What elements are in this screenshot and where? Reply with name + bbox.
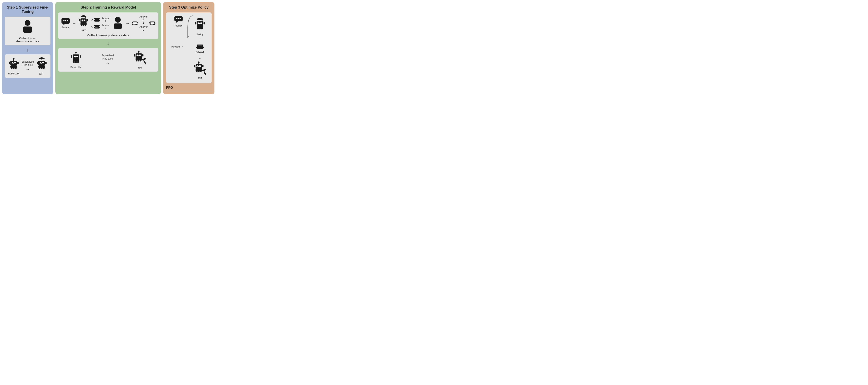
svg-point-30 (65, 20, 66, 22)
svg-rect-71 (133, 24, 135, 25)
svg-point-113 (202, 21, 203, 21)
svg-rect-133 (199, 66, 201, 67)
step1-collect-label: Collect humandemonstration data (16, 37, 39, 43)
step2-title: Step 2 Training a Reward Model (58, 5, 158, 9)
svg-point-138 (198, 71, 199, 72)
svg-point-97 (136, 60, 138, 62)
svg-point-62 (115, 17, 121, 23)
svg-rect-21 (42, 62, 44, 63)
base-llm-section: Base LLM (8, 57, 20, 75)
svg-rect-60 (95, 27, 99, 27)
svg-rect-103 (143, 60, 146, 64)
svg-point-139 (200, 71, 202, 72)
svg-rect-136 (196, 69, 202, 71)
base-llm-label: Base LLM (8, 72, 19, 75)
svg-rect-63 (114, 24, 122, 29)
svg-rect-94 (134, 54, 135, 57)
svg-point-127 (203, 46, 204, 47)
svg-point-87 (75, 61, 77, 63)
svg-rect-40 (79, 19, 80, 22)
svg-rect-93 (139, 55, 141, 56)
scroll-compare-1 (132, 21, 138, 26)
svg-point-68 (137, 23, 138, 24)
sft-label-1: SFT (39, 73, 44, 75)
svg-point-49 (94, 20, 95, 20)
svg-point-44 (83, 25, 84, 26)
step2-flow-row: Prompt → (61, 14, 155, 32)
sft-section-2: SFT (78, 14, 89, 32)
svg-point-106 (178, 18, 179, 20)
step3-panel: Step 3 Optimize Policy Prompt Reward ← (163, 2, 214, 94)
svg-rect-8 (18, 62, 19, 64)
svg-rect-42 (81, 23, 87, 25)
arrow-answer1: ↗ (91, 19, 93, 21)
svg-rect-41 (87, 19, 88, 22)
svg-rect-102 (142, 58, 146, 61)
svg-rect-85 (73, 59, 79, 61)
compare-labels: Answer 1 > Answer 2 (139, 15, 148, 31)
step1-title: Step 1 Supervised Fine-Tuning (5, 5, 51, 14)
svg-point-122 (201, 28, 203, 30)
svg-rect-95 (142, 54, 144, 57)
svg-point-45 (85, 25, 86, 26)
svg-rect-52 (95, 20, 99, 20)
svg-rect-51 (95, 19, 99, 20)
arrow-down-1: ↓ (5, 47, 51, 52)
svg-point-86 (73, 61, 75, 63)
svg-rect-130 (198, 48, 201, 48)
step3-left-col: Prompt Reward ← (172, 16, 185, 49)
svg-rect-35 (85, 16, 86, 18)
svg-point-67 (132, 23, 133, 24)
arrow-down-2: ↓ (58, 41, 158, 46)
sft-label-2: SFT (81, 29, 86, 32)
svg-point-25 (39, 68, 40, 69)
answer2-row: ↘ Answer 2 (91, 24, 110, 30)
svg-rect-17 (44, 58, 44, 60)
arrow-down-policy-answer: ↓ (199, 37, 201, 42)
svg-point-27 (43, 68, 44, 69)
finetune-label-1: SupervisedFine-tune (22, 60, 34, 67)
step2-bottom-box: Base LLM SupervisedFine-tune → (58, 48, 158, 72)
step3-right-col: Policy ↓ Answer ↓ (194, 16, 206, 80)
prompt-label-3: Prompt (175, 24, 182, 27)
base-llm-section-2: Base LLM (70, 51, 82, 69)
svg-rect-119 (197, 26, 203, 28)
answers-branch: ↗ Answer 1 ↘ (91, 17, 110, 30)
svg-point-12 (15, 68, 17, 69)
svg-rect-39 (84, 20, 85, 21)
step2-finetune-row: Base LLM SupervisedFine-tune → (61, 50, 156, 69)
svg-rect-61 (95, 28, 98, 28)
svg-point-99 (140, 60, 142, 62)
sft-robot-icon (36, 57, 48, 72)
svg-rect-53 (95, 21, 98, 21)
policy-robot-icon (194, 18, 206, 32)
finetune-arrow-section-2: SupervisedFine-tune → (101, 54, 114, 66)
svg-rect-83 (71, 55, 72, 58)
svg-rect-118 (204, 22, 205, 25)
rm-section-2: RM (133, 50, 146, 69)
svg-point-90 (75, 51, 77, 53)
svg-marker-34 (81, 15, 86, 18)
svg-marker-32 (63, 24, 65, 26)
svg-marker-108 (176, 22, 178, 24)
step1-top-box: Collect humandemonstration data (5, 17, 51, 45)
svg-rect-129 (198, 47, 202, 47)
answer-label-3: Answer (196, 50, 204, 53)
svg-point-50 (99, 20, 100, 20)
svg-point-0 (25, 20, 30, 26)
reward-row: Reward ← (172, 44, 185, 49)
svg-point-26 (41, 68, 42, 69)
finetune-label-2: SupervisedFine-tune (101, 54, 114, 60)
svg-rect-135 (203, 65, 204, 68)
step3-inner-box: Prompt Reward ← (166, 12, 212, 83)
svg-point-14 (13, 58, 14, 60)
svg-point-126 (196, 46, 197, 47)
svg-rect-59 (95, 26, 99, 26)
svg-rect-23 (45, 62, 46, 64)
svg-rect-96 (135, 58, 142, 60)
arrow-answer2: ↘ (91, 25, 93, 28)
rm-robot-icon-3 (194, 61, 206, 76)
svg-rect-9 (10, 66, 17, 68)
sft-robot-icon-2 (78, 14, 89, 29)
greater-than-sign: > (143, 22, 145, 25)
